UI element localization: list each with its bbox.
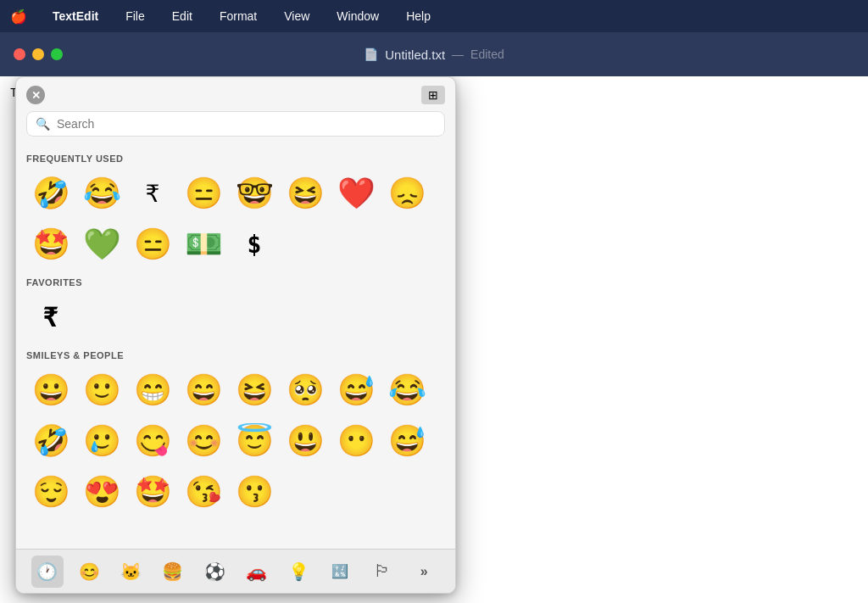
- textedit-menu[interactable]: TextEdit: [47, 8, 103, 25]
- favorites-grid: ₹: [26, 293, 445, 342]
- emoji-no-mouth[interactable]: 😶: [331, 416, 381, 466]
- help-menu[interactable]: Help: [401, 8, 436, 25]
- emoji-rolling-laugh[interactable]: 🤣: [26, 169, 75, 218]
- emoji-grinning-eyes[interactable]: 😄: [179, 366, 228, 415]
- emoji-dollar-sign[interactable]: $: [230, 220, 279, 269]
- emoji-kissing[interactable]: 😗: [230, 467, 279, 516]
- filename-label: Untitled.txt: [385, 47, 445, 62]
- emoji-red-heart[interactable]: ❤️: [331, 169, 381, 218]
- smileys-people-label: SMILEYS & PEOPLE: [26, 350, 445, 360]
- emoji-star-eyes[interactable]: 🤩: [128, 467, 177, 516]
- panel-header: ✕ ⊞: [16, 77, 455, 111]
- emoji-smiling-halo[interactable]: 😇: [230, 416, 279, 466]
- frequently-used-grid: 🤣 😂 ₹ 😑 🤓 😆 ❤️ 😞 🤩 💚 😑 💵 $: [26, 169, 445, 269]
- emoji-relieved[interactable]: 😌: [26, 467, 75, 516]
- emoji-expressionless[interactable]: 😑: [128, 220, 177, 269]
- maximize-window-button[interactable]: [51, 48, 63, 60]
- title-bar: 📄 Untitled.txt — Edited: [0, 32, 868, 76]
- search-bar: 🔍: [26, 111, 445, 137]
- smileys-tab[interactable]: 😊: [73, 556, 105, 588]
- recent-tab[interactable]: 🕐: [31, 556, 64, 588]
- window-controls: [14, 48, 63, 60]
- activities-tab[interactable]: ⚽: [198, 556, 231, 588]
- smileys-people-grid: 😀 🙂 😁 😄 😆 🥺 😅 😂 🤣 🥲 😋 😊 😇 😃 😶 😅 😌 😍 🤩: [26, 366, 445, 516]
- emoji-neutral[interactable]: 😑: [179, 169, 228, 218]
- emoji-smiling-eyes[interactable]: 😊: [179, 416, 228, 466]
- emoji-heart-eyes[interactable]: 😍: [77, 467, 126, 516]
- apple-logo-icon[interactable]: 🍎: [10, 8, 27, 25]
- panel-close-button[interactable]: ✕: [26, 86, 45, 104]
- emoji-rupee-symbol[interactable]: ₹: [128, 169, 177, 218]
- emoji-content-area[interactable]: FREQUENTLY USED 🤣 😂 ₹ 😑 🤓 😆 ❤️ 😞 🤩 💚 😑 💵…: [16, 142, 455, 549]
- emoji-grinning[interactable]: 😀: [26, 366, 75, 415]
- emoji-grinning-sweat[interactable]: 😅: [331, 366, 381, 415]
- minimize-window-button[interactable]: [32, 48, 44, 60]
- document-icon: 📄: [364, 47, 378, 61]
- close-window-button[interactable]: [14, 48, 25, 60]
- grid-view-icon[interactable]: ⊞: [421, 86, 445, 104]
- emoji-yum[interactable]: 😋: [128, 416, 177, 466]
- more-tab[interactable]: »: [408, 556, 440, 588]
- emoji-sweat-smile[interactable]: 😅: [382, 416, 431, 466]
- emoji-laughing[interactable]: 😆: [230, 366, 279, 415]
- emoji-nerd[interactable]: 🤓: [230, 169, 279, 218]
- emoji-rolling-floor[interactable]: 🤣: [26, 416, 75, 466]
- emoji-beaming[interactable]: 😁: [128, 366, 177, 415]
- emoji-rupee-fav[interactable]: ₹: [26, 293, 75, 342]
- document-area[interactable]: Tutorial to Type Indian Rupee Symbol on …: [0, 76, 868, 603]
- emoji-green-heart[interactable]: 💚: [77, 220, 126, 269]
- window-menu[interactable]: Window: [331, 8, 384, 25]
- emoji-star-struck[interactable]: 🤩: [26, 220, 75, 269]
- emoji-dollar-bill[interactable]: 💵: [179, 220, 228, 269]
- flags-tab[interactable]: 🏳: [366, 556, 398, 588]
- edited-status-label: Edited: [470, 47, 504, 61]
- food-tab[interactable]: 🍔: [157, 556, 189, 588]
- travel-tab[interactable]: 🚗: [241, 556, 273, 588]
- emoji-disappointed[interactable]: 😞: [382, 169, 431, 218]
- emoji-kissing-heart[interactable]: 😘: [179, 467, 228, 516]
- emoji-rofl[interactable]: 😂: [382, 366, 431, 415]
- favorites-label: FAVORITES: [26, 277, 445, 288]
- emoji-tab-bar: 🕐 😊 🐱 🍔 ⚽ 🚗 💡 🔣 🏳 »: [16, 549, 455, 593]
- animals-tab[interactable]: 🐱: [114, 556, 147, 588]
- emoji-holding-back-tears[interactable]: 🥲: [77, 416, 126, 466]
- search-icon: 🔍: [36, 117, 50, 131]
- emoji-pleading[interactable]: 🥺: [281, 366, 330, 415]
- emoji-slightly-smiling[interactable]: 🙂: [77, 366, 126, 415]
- search-input[interactable]: [57, 117, 436, 131]
- format-menu[interactable]: Format: [214, 8, 262, 25]
- view-menu[interactable]: View: [279, 8, 314, 25]
- emoji-laugh-cry[interactable]: 😂: [77, 169, 126, 218]
- objects-tab[interactable]: 💡: [282, 556, 314, 588]
- frequently-used-label: FREQUENTLY USED: [26, 154, 445, 164]
- edit-menu[interactable]: Edit: [167, 8, 198, 25]
- title-separator: —: [452, 47, 464, 61]
- emoji-smiley[interactable]: 😃: [281, 416, 330, 466]
- emoji-picker-panel: ✕ ⊞ 🔍 FREQUENTLY USED 🤣 😂 ₹ 😑 🤓 😆 ❤️ 😞 🤩: [15, 76, 456, 594]
- symbols-tab[interactable]: 🔣: [324, 556, 356, 588]
- emoji-grin-squint[interactable]: 😆: [281, 169, 330, 218]
- file-menu[interactable]: File: [120, 8, 150, 25]
- window-title: 📄 Untitled.txt — Edited: [364, 47, 504, 62]
- menu-bar: 🍎 TextEdit File Edit Format View Window …: [0, 0, 868, 32]
